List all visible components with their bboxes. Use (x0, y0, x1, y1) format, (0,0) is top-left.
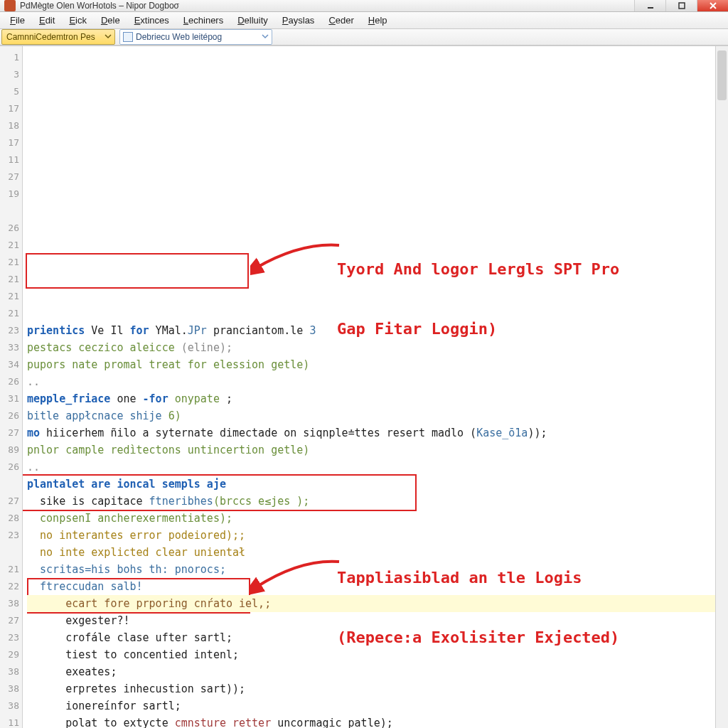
line-number: 5 (0, 83, 19, 100)
line-number (0, 476, 19, 493)
chevron-down-icon (105, 32, 112, 42)
code-line: ionereínfor sartl; (27, 697, 715, 714)
code-line: mepple_friace one -for onypate ; (27, 390, 715, 407)
code-line: ecart fore prporing cnŕato iel,; (27, 595, 715, 612)
line-number: 22 (0, 578, 19, 595)
line-number: 38 (0, 697, 19, 714)
line-number: 19 (0, 186, 19, 203)
code-line: plantalet are ioncal sempls aje (27, 476, 715, 493)
menu-edit[interactable]: Edit (32, 12, 62, 28)
line-number: 23 (0, 629, 19, 646)
line-number: 31 (0, 390, 19, 407)
code-line: erpretes inhecustion sart)); (27, 680, 715, 697)
code-line: exeates; (27, 663, 715, 680)
line-number: 18 (0, 117, 19, 134)
menu-file[interactable]: File (3, 12, 32, 28)
line-number: 26 (0, 373, 19, 390)
line-gutter: 1351718171127192621212121212333342631262… (0, 46, 23, 728)
menubar: FileEditEickDeleExtincesLechinersDelluit… (0, 12, 728, 29)
code-line: crofále clase ufter sartl; (27, 629, 715, 646)
line-number: 28 (0, 510, 19, 527)
line-number: 26 (0, 220, 19, 237)
chevron-down-icon (262, 32, 269, 42)
maximize-button[interactable] (665, 0, 697, 11)
line-number: 38 (0, 680, 19, 697)
menu-dele[interactable]: Dele (94, 12, 127, 28)
line-number: 21 (0, 237, 19, 254)
annotation-box-1 (26, 253, 249, 289)
line-number: 21 (0, 271, 19, 288)
line-number (0, 203, 19, 220)
line-number: 33 (0, 339, 19, 356)
vertical-scrollbar[interactable] (715, 46, 728, 728)
titlebar: PdMègte Olen WorHotols – Nipor Dogboσ (0, 0, 728, 12)
line-number: 27 (0, 168, 19, 186)
line-number (0, 544, 19, 561)
editor: 1351718171127192621212121212333342631262… (0, 46, 728, 728)
code-line: pupors nate promal treat for elession ge… (27, 356, 715, 373)
line-number: 17 (0, 100, 19, 117)
line-number: 21 (0, 561, 19, 578)
menu-ceder[interactable]: Ceder (321, 12, 360, 28)
window-title: PdMègte Olen WorHotols – Nipor Dogboσ (20, 1, 634, 11)
line-number: 27 (0, 612, 19, 629)
menu-lechiners[interactable]: Lechiners (176, 12, 230, 28)
code-line: polat to extycte cmnsture_retter uncorma… (27, 714, 715, 728)
svg-rect-1 (679, 3, 685, 9)
line-number: 89 (0, 441, 19, 459)
toolbar: CamnniCedemtron Pes Debriecu Web leitépo… (0, 29, 728, 46)
code-line: pnlor cample redìtectons untincertion ge… (27, 441, 715, 459)
menu-extinces[interactable]: Extinces (127, 12, 176, 28)
code-line: ftreccudan salb! (27, 578, 715, 595)
app-icon (4, 0, 16, 11)
code-line: tiest to concentied intenl; (27, 646, 715, 663)
line-number: 11 (0, 151, 19, 168)
line-number: 23 (0, 322, 19, 339)
close-button[interactable] (697, 0, 728, 11)
line-number: 23 (0, 527, 19, 544)
code-line: .. (27, 373, 715, 390)
callout-1-line1: Tyord And logor Lergls SPT Pro (337, 259, 700, 279)
line-number: 38 (0, 663, 19, 680)
line-number: 1 (0, 49, 19, 66)
code-line: no inte explicted clear unientał (27, 544, 715, 561)
code-line: sike is capitace ftneribhes(brccs e≤jes … (27, 493, 715, 510)
menu-payslas[interactable]: Payslas (275, 12, 322, 28)
code-line: .. (27, 459, 715, 476)
code-area[interactable]: Tyord And logor Lergls SPT Pro Gap Fitar… (23, 46, 715, 728)
code-line: conpsenI ancherexermentiates); (27, 510, 715, 527)
code-line: bitle appłcnace shije 6) (27, 407, 715, 424)
line-number: 21 (0, 305, 19, 322)
code-line: scritas=his bohs th: pnorocs; (27, 561, 715, 578)
line-number: 34 (0, 356, 19, 373)
menu-eick[interactable]: Eick (62, 12, 94, 28)
line-number: 17 (0, 134, 19, 151)
line-number: 29 (0, 646, 19, 663)
line-number: 26 (0, 459, 19, 476)
menu-help[interactable]: Help (361, 12, 395, 28)
config-combo-text: CamnniCedemtron Pes (6, 32, 95, 42)
code-line: exgester?! (27, 612, 715, 629)
config-combo[interactable]: CamnniCedemtron Pes (1, 29, 115, 45)
code-line: no interantes error podeiored);; (27, 527, 715, 544)
arrow-1 (250, 237, 343, 279)
line-number: 27 (0, 424, 19, 441)
document-icon (123, 32, 133, 42)
code-line: mo hiicerhem ñilo a syternate dimectade … (27, 424, 715, 441)
line-number: 3 (0, 66, 19, 83)
code-line: pestacs ceczico aleicce (eline); (27, 339, 715, 356)
line-number: 11 (0, 714, 19, 728)
code-line: prientics Ve Il for YMal.JPr pranciantom… (27, 322, 715, 339)
line-number: 38 (0, 595, 19, 612)
minimize-button[interactable] (634, 0, 665, 11)
line-number: 26 (0, 407, 19, 424)
line-number: 27 (0, 493, 19, 510)
line-number: 21 (0, 288, 19, 305)
line-number: 21 (0, 254, 19, 271)
scrollbar-thumb[interactable] (717, 50, 727, 100)
menu-delluity[interactable]: Delluity (230, 12, 275, 28)
target-combo-text: Debriecu Web leitépog (136, 32, 222, 42)
target-combo[interactable]: Debriecu Web leitépog (119, 29, 272, 45)
